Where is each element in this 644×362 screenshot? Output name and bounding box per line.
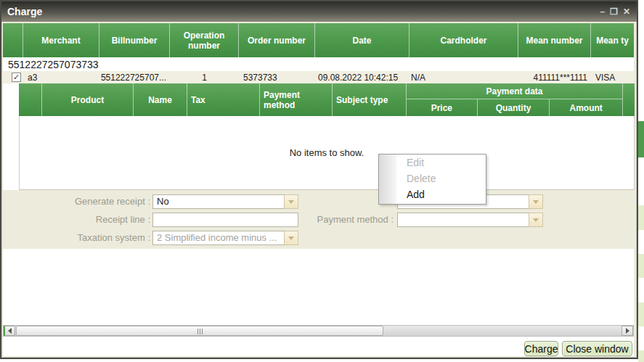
transactions-header-row: Merchant Billnumber Operation number Ord…	[3, 23, 634, 57]
arrow-right-icon	[626, 328, 629, 334]
payment-method-combo[interactable]	[397, 213, 543, 227]
header-order-number[interactable]: Order number	[239, 23, 315, 57]
scroll-left-button[interactable]	[4, 326, 15, 336]
empty-message: No items to show.	[290, 147, 364, 158]
charge-button[interactable]: Charge	[524, 341, 558, 356]
transaction-row[interactable]: ✓ a3 551222725707... 1 5373733 09.08.202…	[3, 71, 634, 83]
header-payment-data-group: Payment data Price Quantity Amount	[407, 83, 623, 116]
group-row-value: 5512227257073733	[8, 59, 99, 70]
generate-receipt-value[interactable]: No	[152, 194, 284, 209]
menu-item-add[interactable]: Add	[379, 186, 486, 202]
header-select-column	[3, 23, 23, 57]
scroll-right-button[interactable]	[621, 326, 633, 336]
row-checkbox[interactable]: ✓	[12, 73, 21, 82]
header-operation-number[interactable]: Operation number	[170, 23, 239, 57]
footer: Charge Close window	[3, 337, 634, 356]
cell-mean-number: 411111***1111	[518, 71, 591, 83]
menu-item-delete: Delete	[379, 170, 486, 186]
header-mean-number[interactable]: Mean number	[518, 23, 591, 57]
products-header-row: Product Name Tax Payment method Subject …	[19, 83, 635, 116]
header-product[interactable]: Product	[42, 83, 134, 116]
background-green-block	[638, 121, 644, 157]
background-band	[638, 303, 644, 326]
background-band	[638, 350, 644, 362]
chevron-down-icon	[288, 236, 294, 240]
taxation-system-combo[interactable]: 2 Simplified income minus ...	[152, 231, 298, 245]
title-bar[interactable]: Charge – ❒ ✕	[1, 1, 637, 22]
screen: Charge – ❒ ✕ Merchant Billnumber Operati…	[0, 0, 644, 362]
payment-method-label: Payment method :	[221, 213, 394, 226]
header-cardholder[interactable]: Cardholder	[409, 23, 518, 57]
subject-type-dropdown-button[interactable]	[529, 194, 543, 209]
payment-method-dropdown-button[interactable]	[529, 213, 543, 227]
products-header-scroll-spacer	[623, 83, 635, 116]
minimize-icon[interactable]: –	[600, 7, 605, 17]
lower-blank-area	[3, 249, 634, 325]
header-subject-type[interactable]: Subject type	[333, 83, 407, 116]
header-date[interactable]: Date	[315, 23, 409, 57]
horizontal-scrollbar-thumb[interactable]	[16, 326, 383, 336]
charge-dialog: Charge – ❒ ✕ Merchant Billnumber Operati…	[0, 0, 638, 359]
cell-billnumber: 551222725707...	[99, 71, 170, 83]
horizontal-scrollbar[interactable]	[3, 325, 634, 337]
maximize-icon[interactable]: ❒	[610, 7, 618, 17]
taxation-system-label: Taxation system :	[3, 231, 150, 244]
header-tax[interactable]: Tax	[187, 83, 260, 116]
scrollbar-grip-icon	[197, 324, 203, 337]
menu-item-edit: Edit	[379, 155, 486, 170]
receipt-form: Generate receipt : No Receipt line : Tax…	[3, 190, 634, 249]
cell-mean-type: VISA	[591, 71, 634, 83]
cell-cardholder: N/A	[409, 71, 518, 83]
close-window-button[interactable]: Close window	[562, 341, 632, 356]
group-row: 5512227257073733	[3, 57, 634, 71]
header-name[interactable]: Name	[134, 83, 187, 116]
background-band	[638, 254, 644, 278]
chevron-down-icon	[288, 200, 294, 204]
window-controls: – ❒ ✕	[600, 7, 637, 17]
background-page-strip	[638, 0, 644, 362]
products-empty-area: No items to show.	[19, 116, 635, 190]
generate-receipt-combo[interactable]: No	[152, 194, 298, 209]
chevron-down-icon	[533, 218, 539, 222]
taxation-system-value[interactable]: 2 Simplified income minus ...	[152, 231, 284, 245]
header-price[interactable]: Price	[407, 99, 478, 116]
cell-operation-number: 1	[170, 71, 239, 83]
header-billnumber[interactable]: Billnumber	[99, 23, 170, 57]
header-merchant[interactable]: Merchant	[23, 23, 99, 57]
chevron-down-icon	[533, 200, 539, 204]
row-select-cell: ✓	[3, 71, 23, 83]
taxation-dropdown-button[interactable]	[284, 231, 298, 245]
cell-order-number: 5373733	[239, 71, 315, 83]
cell-merchant: a3	[23, 71, 99, 83]
dialog-title: Charge	[1, 6, 42, 17]
header-payment-data: Payment data	[407, 83, 622, 99]
arrow-left-icon	[8, 328, 12, 334]
context-menu: Edit Delete Add	[378, 154, 486, 205]
products-table: Product Name Tax Payment method Subject …	[19, 83, 635, 190]
header-quantity[interactable]: Quantity	[478, 99, 550, 116]
cell-date: 09.08.2022 10:42:15	[315, 71, 409, 83]
generate-receipt-label: Generate receipt :	[3, 194, 150, 208]
products-header-spacer-left	[19, 83, 42, 116]
header-payment-method[interactable]: Payment method	[260, 83, 333, 116]
generate-receipt-dropdown-button[interactable]	[284, 194, 298, 209]
receipt-line-label: Receipt line :	[3, 213, 150, 226]
close-icon[interactable]: ✕	[623, 7, 630, 17]
header-amount[interactable]: Amount	[550, 99, 622, 116]
payment-method-value[interactable]	[397, 213, 529, 227]
header-mean-type[interactable]: Mean ty	[591, 23, 634, 57]
background-band	[638, 205, 644, 230]
